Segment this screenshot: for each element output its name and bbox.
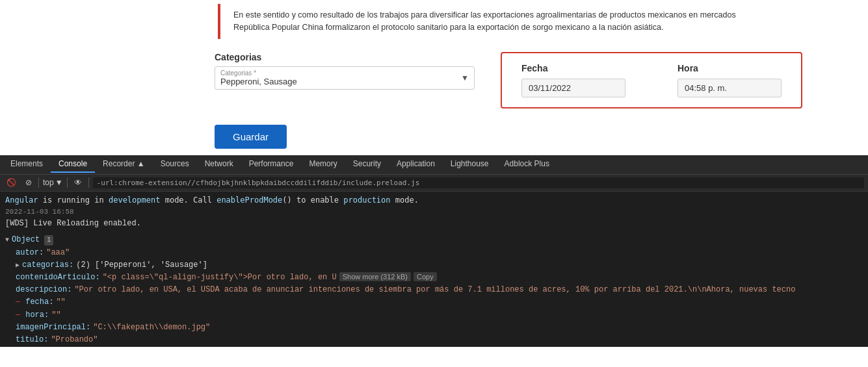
prop-descripcion-value: "Por otro lado, en USA, el USDA acaba de…	[74, 284, 796, 296]
show-more-button[interactable]: Show more (312 kB)	[339, 272, 411, 281]
log-angular-mode: Angular is running in development mode. …	[5, 194, 863, 207]
top-text-block: En este sentido y como resultado de los …	[218, 4, 749, 39]
prop-fecha-key: fecha:	[25, 296, 53, 309]
object-badge: 1	[44, 235, 53, 246]
prop-imagen-key: imagenPrincipal:	[16, 322, 90, 334]
object-keyword: Object	[12, 234, 40, 246]
log-wds: [WDS] Live Reloading enabled.	[5, 218, 863, 230]
prop-hora-key: hora:	[25, 309, 49, 322]
prop-hora-value: ""	[51, 309, 60, 322]
prop-titulo-key: titulo:	[16, 334, 48, 346]
tab-elements[interactable]: Elements	[3, 156, 51, 173]
prop-fecha-value: ""	[56, 296, 65, 309]
log-text-angular: Angular is running in development mode. …	[5, 194, 419, 207]
tab-recorder[interactable]: Recorder ▲	[95, 156, 153, 173]
object-header: ▼ Object 1	[5, 234, 863, 246]
prop-autor-key: autor:	[16, 247, 44, 259]
expand-categorias-icon[interactable]: ▶	[16, 260, 20, 271]
arrow-marker-hora: —	[16, 309, 20, 322]
toolbar-divider2	[67, 177, 68, 188]
guardar-section: Guardar	[0, 121, 868, 155]
tab-adblock[interactable]: Adblock Plus	[497, 156, 557, 173]
fecha-field: Fecha 03/11/2022	[521, 63, 625, 97]
devtools-panel: Elements Console Recorder ▲ Sources Netw…	[0, 155, 868, 347]
prop-titulo-value: "Probando"	[51, 334, 98, 346]
prop-imagen-value: "C:\\fakepath\\demon.jpg"	[93, 322, 210, 334]
prop-autor-value: "aaa"	[46, 247, 70, 259]
prop-fecha: — fecha: ""	[16, 296, 863, 309]
dropdown-arrow-icon: ▼	[461, 73, 469, 82]
prop-categorias: ▶ categorias: (2) ['Pepperoni', 'Sausage…	[16, 259, 863, 272]
devtools-toolbar: 🚫 ⊘ top ▼ 👁 -url:chrome-extension//cfhdo…	[0, 175, 868, 192]
tab-console[interactable]: Console	[51, 156, 95, 173]
fecha-input[interactable]: 03/11/2022	[521, 79, 625, 97]
clear-console-button[interactable]: 🚫	[4, 177, 19, 188]
prop-descripcion-key: descripcion:	[16, 284, 72, 296]
tab-application[interactable]: Application	[389, 156, 443, 173]
hora-label: Hora	[677, 63, 782, 73]
prop-categorias-value: (2) ['Pepperoni', 'Sausage']	[76, 259, 207, 272]
prop-descripcion: descripcion: "Por otro lado, en USA, el …	[16, 284, 796, 296]
object-section: ▼ Object 1 autor: "aaa" ▶ categorias: (2…	[5, 234, 863, 346]
prop-categorias-key: categorias:	[22, 259, 73, 272]
hora-field: Hora 04:58 p. m.	[677, 63, 782, 97]
categorias-section: Categorias Categorias * Pepperoni, Sausa…	[215, 52, 475, 90]
tab-sources[interactable]: Sources	[153, 156, 197, 173]
arrow-marker-fecha: —	[16, 296, 20, 309]
devtools-tabs-bar: Elements Console Recorder ▲ Sources Netw…	[0, 155, 868, 175]
prop-contenido-value: "<p class=\"ql-align-justify\">Por otro …	[103, 272, 337, 284]
prop-autor: autor: "aaa"	[16, 247, 863, 259]
context-dropdown[interactable]: top ▼	[43, 178, 63, 187]
fecha-label: Fecha	[521, 63, 625, 73]
hora-input[interactable]: 04:58 p. m.	[677, 79, 782, 97]
log-timestamp: 2022-11-03 16:58	[5, 207, 863, 218]
copy-button[interactable]: Copy	[414, 272, 437, 281]
expand-object-icon[interactable]: ▼	[5, 235, 9, 246]
categorias-label: Categorias	[215, 52, 475, 62]
date-time-highlight: Fecha 03/11/2022 Hora 04:58 p. m.	[501, 52, 802, 108]
eye-button[interactable]: 👁	[72, 177, 85, 188]
categorias-value: Pepperoni, Sausage	[220, 77, 454, 86]
categorias-sublabel: Categorias *	[220, 70, 454, 77]
filter-button[interactable]: ⊘	[23, 177, 34, 188]
top-label: top	[43, 178, 54, 187]
prop-contenido: contenidoArticulo: "<p class=\"ql-align-…	[16, 272, 863, 284]
tab-security[interactable]: Security	[345, 156, 389, 173]
tab-memory[interactable]: Memory	[301, 156, 345, 173]
top-text-line1: En este sentido y como resultado de los …	[233, 10, 736, 19]
tab-lighthouse[interactable]: Lighthouse	[443, 156, 497, 173]
tab-network[interactable]: Network	[197, 156, 241, 173]
wds-text: [WDS] Live Reloading enabled.	[5, 218, 141, 230]
url-bar: -url:chrome-extension//cfhdojbkjhnklbpkd…	[93, 177, 864, 188]
toolbar-divider	[38, 177, 39, 188]
tab-performance[interactable]: Performance	[241, 156, 302, 173]
prop-hora: — hora: ""	[16, 309, 863, 322]
console-output: Angular is running in development mode. …	[0, 192, 868, 347]
top-text-line2: República Popular China formalizaron el …	[233, 23, 664, 32]
toolbar-divider3	[88, 177, 89, 188]
dropdown-chevron-icon: ▼	[55, 178, 63, 187]
prop-titulo: titulo: "Probando"	[16, 334, 863, 346]
guardar-button[interactable]: Guardar	[215, 125, 287, 149]
categorias-select[interactable]: Categorias * Pepperoni, Sausage ▼	[215, 66, 475, 90]
timestamp-text: 2022-11-03 16:58	[5, 207, 74, 218]
prop-imagen: imagenPrincipal: "C:\\fakepath\\demon.jp…	[16, 322, 863, 334]
prop-contenido-key: contenidoArticulo:	[16, 272, 100, 284]
